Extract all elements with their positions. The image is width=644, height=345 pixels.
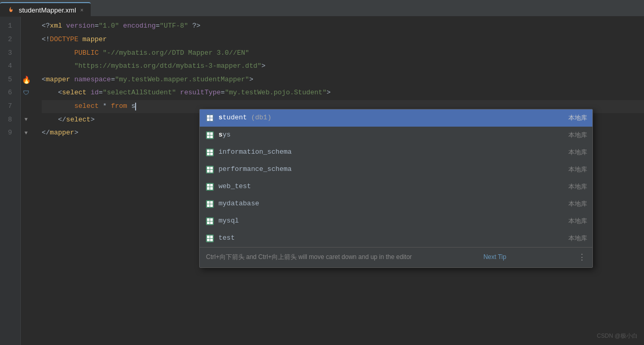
gutter-4 xyxy=(21,60,31,73)
autocomplete-source-info: 本地库 xyxy=(568,147,587,157)
autocomplete-name-web: web_test xyxy=(218,181,563,192)
autocomplete-dropdown: student (db1) 本地库 sys 本地库 xyxy=(199,109,593,268)
table-icon xyxy=(205,114,214,123)
flame-gutter-icon: 🔥 xyxy=(22,76,31,84)
autocomplete-item-mydatabase[interactable]: mydatabase 本地库 xyxy=(200,195,592,213)
tab-bar: studentMapper.xml × xyxy=(0,0,644,17)
line-num-6: 6 xyxy=(0,87,16,100)
gutter-6: 🛡 xyxy=(21,87,31,100)
db-icon-info xyxy=(205,148,214,157)
db-icon-mydb xyxy=(205,200,214,209)
next-tip-button[interactable]: Next Tip xyxy=(483,252,506,262)
more-options-icon[interactable]: ⋮ xyxy=(578,251,586,264)
tab-filename: studentMapper.xml xyxy=(19,6,76,14)
autocomplete-source-mysql: 本地库 xyxy=(568,216,587,226)
gutter-7 xyxy=(21,100,31,114)
autocomplete-name-sys: sys xyxy=(218,130,563,141)
line-num-4: 4 xyxy=(0,60,16,73)
line-num-1: 1 xyxy=(0,20,16,33)
db-icon-web xyxy=(205,182,214,192)
gutter-9: ▼ xyxy=(21,127,31,140)
autocomplete-name-student: student (db1) xyxy=(218,113,563,124)
autocomplete-source-web: 本地库 xyxy=(568,182,587,192)
arrow-down-icon: ▼ xyxy=(25,117,28,122)
gutter: 🔥 🛡 ▼ ▼ xyxy=(21,17,33,345)
autocomplete-source-student: 本地库 xyxy=(568,113,587,123)
flame-tab-icon xyxy=(7,6,15,14)
code-line-1: <?xml version="1.0" encoding="UTF-8" ?> xyxy=(42,20,644,33)
code-line-4: "https://mybatis.org/dtd/mybatis-3-mappe… xyxy=(42,60,644,73)
autocomplete-item-test[interactable]: test 本地库 xyxy=(200,230,592,247)
autocomplete-name-perf: performance_schema xyxy=(218,164,563,175)
line-num-3: 3 xyxy=(0,46,16,60)
autocomplete-name-test: test xyxy=(218,233,563,244)
autocomplete-name-info: information_schema xyxy=(218,147,563,158)
line-num-9: 9 xyxy=(0,127,16,140)
autocomplete-footer: Ctrl+向下箭头 and Ctrl+向上箭头 will move caret … xyxy=(200,247,592,267)
gutter-5: 🔥 xyxy=(21,73,31,87)
code-line-6: <select id="selectAllStudent" resultType… xyxy=(42,87,644,100)
editor-area: 1 2 3 4 5 6 7 8 9 🔥 🛡 ▼ ▼ <?xml version=… xyxy=(0,17,644,345)
autocomplete-item-performance-schema[interactable]: performance_schema 本地库 xyxy=(200,161,592,178)
code-editor[interactable]: <?xml version="1.0" encoding="UTF-8" ?> … xyxy=(33,17,644,345)
gutter-3 xyxy=(21,46,31,60)
db-icon-mysql xyxy=(205,217,214,226)
autocomplete-item-information-schema[interactable]: information_schema 本地库 xyxy=(200,144,592,161)
text-cursor xyxy=(135,103,136,110)
gutter-1 xyxy=(21,20,31,33)
shield-gutter-icon: 🛡 xyxy=(23,89,29,97)
autocomplete-item-web-test[interactable]: web_test 本地库 xyxy=(200,178,592,195)
watermark: CSDN @极小白 xyxy=(597,331,638,341)
autocomplete-hint-text: Ctrl+向下箭头 and Ctrl+向上箭头 will move caret … xyxy=(206,252,412,262)
db-icon-sys xyxy=(205,131,214,140)
line-num-5: 5 xyxy=(0,73,16,87)
autocomplete-source-mydb: 本地库 xyxy=(568,199,587,209)
tab-close-button[interactable]: × xyxy=(80,7,83,13)
autocomplete-item-student[interactable]: student (db1) 本地库 xyxy=(200,109,592,127)
line-numbers: 1 2 3 4 5 6 7 8 9 xyxy=(0,17,21,345)
autocomplete-name-mysql: mysql xyxy=(218,216,563,227)
code-line-2: <!DOCTYPE mapper xyxy=(42,33,644,47)
autocomplete-item-sys[interactable]: sys 本地库 xyxy=(200,127,592,144)
line-num-7: 7 xyxy=(0,100,16,114)
db-icon-perf xyxy=(205,165,214,175)
gutter-8: ▼ xyxy=(21,113,31,127)
autocomplete-source-perf: 本地库 xyxy=(568,165,587,175)
autocomplete-source-test: 本地库 xyxy=(568,233,587,243)
autocomplete-name-mydb: mydatabase xyxy=(218,199,563,210)
line-num-2: 2 xyxy=(0,33,16,47)
autocomplete-item-mysql[interactable]: mysql 本地库 xyxy=(200,213,592,230)
db-icon-test xyxy=(205,234,214,243)
tab-studentmapper[interactable]: studentMapper.xml × xyxy=(0,2,91,17)
autocomplete-source-sys: 本地库 xyxy=(568,130,587,140)
code-line-5: <mapper namespace="my.testWeb.mapper.stu… xyxy=(42,73,644,87)
arrow-up-icon: ▼ xyxy=(25,130,28,136)
gutter-2 xyxy=(21,33,31,47)
line-num-8: 8 xyxy=(0,113,16,127)
code-line-3: PUBLIC "-//mybatis.org//DTD Mapper 3.0//… xyxy=(42,46,644,60)
